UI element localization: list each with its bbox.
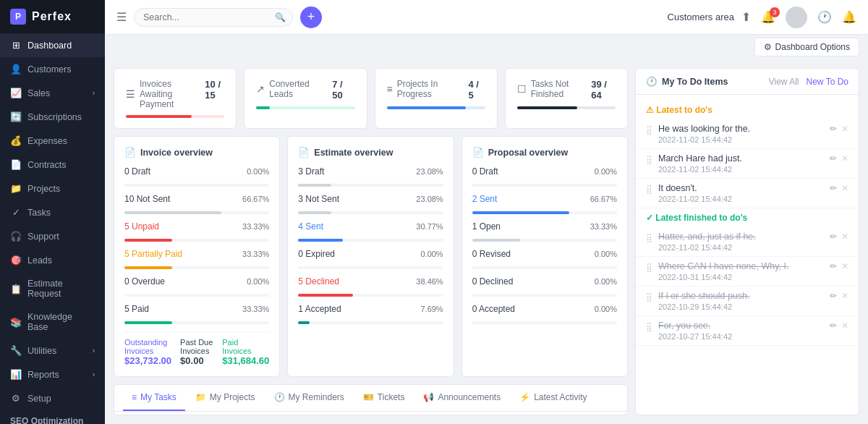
ov-row: 3 Draft 23.08% xyxy=(298,166,443,177)
ov-label[interactable]: 5 Declined xyxy=(298,276,339,287)
tab-my-projects[interactable]: 📁My Projects xyxy=(187,385,264,411)
sidebar-item-dashboard[interactable]: ⊞ Dashboard xyxy=(0,33,105,57)
ov-label: 3 Not Sent xyxy=(298,194,339,204)
todo-view-all-link[interactable]: View All xyxy=(769,77,799,87)
todo-new-link[interactable]: New To Do xyxy=(807,77,848,87)
tab-my-tasks[interactable]: ≡My Tasks xyxy=(123,385,185,411)
todo-edit-button[interactable]: ✏ xyxy=(830,321,837,331)
sidebar-item-setup[interactable]: ⚙ Setup xyxy=(0,386,105,410)
ov-pct: 33.33% xyxy=(242,222,269,231)
sidebar-item-support[interactable]: 🎧 Support xyxy=(0,224,105,248)
invoice-icon: 📄 xyxy=(124,147,136,158)
todo-delete-button[interactable]: ✕ xyxy=(841,321,848,331)
sidebar-item-projects[interactable]: 📁 Projects xyxy=(0,177,105,200)
sidebar-label-sales: Sales xyxy=(27,88,87,98)
notification-icon[interactable]: 🔔 3 xyxy=(761,10,775,24)
ov-label[interactable]: 2 Sent xyxy=(472,194,498,204)
todo-edit-button[interactable]: ✏ xyxy=(830,261,837,271)
seo-title: SEO Optimization xyxy=(10,416,95,424)
ov-pct: 33.33% xyxy=(242,250,269,258)
expenses-icon: 💰 xyxy=(10,135,22,146)
todo-item-content: Where CAN I have none, Why, I. 2022-10-3… xyxy=(658,261,824,281)
sidebar-item-subscriptions[interactable]: 🔄 Subscriptions xyxy=(0,105,105,129)
ov-row: 1 Open 33.33% xyxy=(472,221,617,232)
ov-label: 0 Accepted xyxy=(472,304,515,314)
tab-tickets[interactable]: 🎫Tickets xyxy=(354,385,414,411)
notification-badge: 3 xyxy=(770,7,780,17)
ov-bar-wrap xyxy=(298,321,443,324)
ov-bar xyxy=(124,239,172,242)
ov-label: 3 Draft xyxy=(298,166,324,177)
dashboard-options-button[interactable]: ⚙ Dashboard Options xyxy=(754,38,859,56)
todo-finished-item-2: ⣿ If I or she should push. 2022-10-29 15… xyxy=(636,287,859,316)
todo-item-text: He was looking for the. xyxy=(658,124,824,134)
drag-handle-icon[interactable]: ⣿ xyxy=(646,155,652,165)
todo-delete-button[interactable]: ✕ xyxy=(841,261,848,271)
ov-row: 0 Overdue 0.00% xyxy=(124,276,269,287)
todo-delete-button[interactable]: ✕ xyxy=(841,124,848,134)
drag-handle-icon[interactable]: ⣿ xyxy=(646,185,652,195)
drag-handle-icon[interactable]: ⣿ xyxy=(646,125,652,135)
ov-label[interactable]: 5 Partially Paid xyxy=(124,249,182,259)
sidebar-item-reports[interactable]: 📊 Reports › xyxy=(0,362,105,386)
overview-row-item: 0 Draft 0.00% xyxy=(124,166,269,187)
todo-edit-button[interactable]: ✏ xyxy=(830,291,837,301)
tab-icon-announcements: 📢 xyxy=(423,392,434,402)
todo-edit-button[interactable]: ✏ xyxy=(830,232,837,242)
drag-handle-icon[interactable]: ⣿ xyxy=(646,233,652,243)
drag-handle-icon[interactable]: ⣿ xyxy=(646,263,652,273)
ov-label: 0 Expired xyxy=(298,249,335,259)
estimate-request-icon: 📋 xyxy=(10,284,22,294)
sidebar-item-leads[interactable]: 🎯 Leads xyxy=(0,248,105,272)
ov-row: 1 Accepted 7.69% xyxy=(298,304,443,314)
drag-handle-icon[interactable]: ⣿ xyxy=(646,292,652,302)
tab-my-reminders[interactable]: 🕐My Reminders xyxy=(265,385,353,411)
dashboard-icon: ⊞ xyxy=(10,40,22,51)
sidebar-item-sales[interactable]: 📈 Sales › xyxy=(0,81,105,105)
sidebar-item-tasks[interactable]: ✓ Tasks xyxy=(0,200,105,224)
todo-delete-button[interactable]: ✕ xyxy=(841,232,848,242)
todo-latest-label: ⚠ Latest to do's xyxy=(636,101,859,119)
stat-card-converted-leads: ↗ Converted Leads 7 / 50 xyxy=(244,68,367,129)
stat-value-converted-leads: 7 / 50 xyxy=(332,79,354,101)
proposal-icon: 📄 xyxy=(472,147,484,158)
todo-edit-button[interactable]: ✏ xyxy=(830,183,837,193)
drag-handle-icon[interactable]: ⣿ xyxy=(646,322,652,332)
logo-text: Perfex xyxy=(32,10,72,23)
ov-label: 10 Not Sent xyxy=(124,194,170,204)
sidebar-item-utilities[interactable]: 🔧 Utilities › xyxy=(0,339,105,362)
sidebar-item-knowledge-base[interactable]: 📚 Knowledge Base xyxy=(0,305,105,339)
ov-label[interactable]: 5 Unpaid xyxy=(124,221,159,232)
todo-item-content: March Hare had just. 2022-11-02 15:44:42 xyxy=(658,153,824,174)
overview-row-item: 2 Sent 66.67% xyxy=(472,194,617,214)
todo-delete-button[interactable]: ✕ xyxy=(841,153,848,164)
ov-pct: 7.69% xyxy=(420,305,443,313)
todo-finished-item-0: ⣿ Hatter, and, just as if he. 2022-11-02… xyxy=(636,227,859,257)
share-icon[interactable]: ⬆ xyxy=(741,10,751,24)
tab-latest-activity[interactable]: ⚡Latest Activity xyxy=(511,385,595,411)
gear-icon: ⚙ xyxy=(764,42,772,52)
customers-area-link[interactable]: Customers area xyxy=(668,12,734,22)
todo-delete-button[interactable]: ✕ xyxy=(841,291,848,301)
sidebar-item-expenses[interactable]: 💰 Expenses xyxy=(0,129,105,153)
search-input[interactable] xyxy=(134,8,293,27)
ov-label[interactable]: 4 Sent xyxy=(298,221,323,232)
todo-pending-item-0: ⣿ He was looking for the. 2022-11-02 15:… xyxy=(636,119,859,149)
user-avatar[interactable] xyxy=(786,7,807,28)
overview-row-item: 10 Not Sent 66.67% xyxy=(124,194,269,214)
todo-edit-button[interactable]: ✏ xyxy=(830,124,837,134)
add-button[interactable]: + xyxy=(300,7,322,28)
todo-item-date: 2022-11-02 15:44:42 xyxy=(658,195,824,203)
sidebar-item-estimate-request[interactable]: 📋 Estimate Request xyxy=(0,272,105,305)
sidebar-item-contracts[interactable]: 📄 Contracts xyxy=(0,153,105,177)
sidebar-item-customers[interactable]: 👤 Customers xyxy=(0,57,105,81)
todo-delete-button[interactable]: ✕ xyxy=(841,183,848,193)
clock-icon[interactable]: 🕐 xyxy=(817,10,832,24)
menu-toggle-icon[interactable]: ☰ xyxy=(116,10,127,24)
ov-bar xyxy=(124,321,172,324)
tab-announcements[interactable]: 📢Announcements xyxy=(414,385,509,411)
stat-bar-converted-leads xyxy=(256,106,354,109)
todo-edit-button[interactable]: ✏ xyxy=(830,153,837,164)
bell-icon[interactable]: 🔔 xyxy=(842,10,856,24)
ov-bar-wrap xyxy=(124,239,269,242)
